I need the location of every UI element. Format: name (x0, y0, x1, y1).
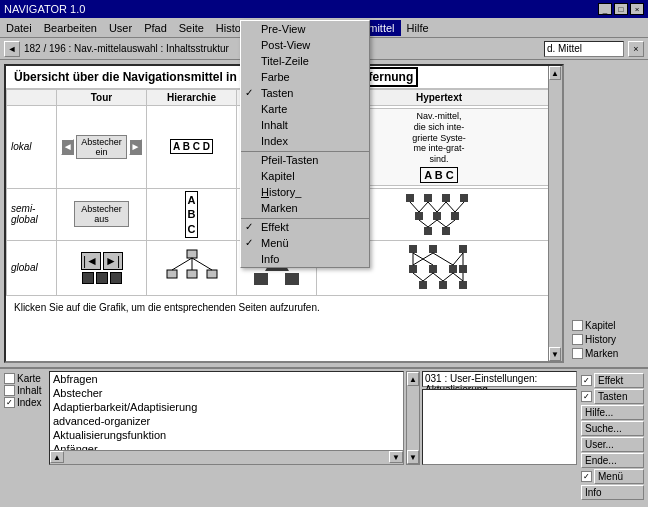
list-vscroll-down[interactable]: ▼ (407, 450, 419, 464)
list-item-abstecher[interactable]: Abstecher (50, 386, 403, 400)
col-header-hierarchie: Hierarchie (147, 90, 237, 106)
hier-lokal[interactable]: A B C D (147, 106, 237, 189)
svg-rect-1 (424, 194, 432, 202)
chk-box-karte[interactable] (4, 373, 15, 384)
scroll-up-button[interactable]: ▲ (549, 66, 561, 80)
svg-line-14 (455, 202, 464, 212)
caption-text: Klicken Sie auf die Grafik, um die entsp… (6, 296, 562, 319)
dropdown-kapitel[interactable]: Kapitel (241, 168, 369, 184)
chk-box-history[interactable] (572, 334, 583, 345)
svg-line-17 (437, 220, 446, 227)
hier-semi-global[interactable]: ABC (147, 188, 237, 240)
btn-effekt-row: Effekt (581, 373, 644, 388)
dropdown-menu: Pre-View Post-View Titel-Zeile Farbe Tas… (240, 20, 370, 268)
chk-box-index[interactable] (4, 397, 15, 408)
menu-hilfe[interactable]: Hilfe (401, 20, 435, 36)
svg-rect-3 (460, 194, 468, 202)
hier-global[interactable] (147, 240, 237, 295)
svg-line-10 (419, 202, 428, 212)
global-box-2 (285, 273, 299, 285)
arr-skip-back[interactable]: |◄ (81, 252, 101, 270)
svg-rect-26 (409, 245, 417, 253)
dot-global-3 (110, 272, 122, 284)
chk-menue[interactable] (581, 471, 592, 482)
svg-line-25 (192, 258, 212, 270)
act-btn-tasten[interactable]: Tasten (594, 389, 644, 404)
dropdown-pfeil-tasten[interactable]: Pfeil-Tasten (241, 151, 369, 168)
svg-rect-21 (187, 270, 197, 278)
list-vscroll-up[interactable]: ▲ (407, 372, 419, 386)
chk-box-inhalt[interactable] (4, 385, 15, 396)
dropdown-menue[interactable]: Menü (241, 235, 369, 251)
abc-badge-lokal: A B C (420, 167, 458, 183)
chk-marken: Marken (572, 348, 644, 359)
dropdown-post-view[interactable]: Post-View (241, 37, 369, 53)
dropdown-karte[interactable]: Karte (241, 101, 369, 117)
list-panel-container: Abfragen Abstecher Adaptierbarkeit/Adapt… (49, 371, 404, 465)
arrow-right-filled[interactable]: ► (129, 139, 142, 155)
arrow-left-filled[interactable]: ◄ (61, 139, 74, 155)
menu-datei[interactable]: Datei (0, 20, 38, 36)
list-vscroll[interactable]: ▲ ▼ (406, 371, 420, 465)
dropdown-farbe[interactable]: Farbe (241, 69, 369, 85)
act-btn-info[interactable]: Info (581, 485, 644, 500)
svg-line-45 (443, 273, 453, 281)
search-close-button[interactable]: × (628, 41, 644, 57)
menu-pfad[interactable]: Pfad (138, 20, 173, 36)
scroll-down-button[interactable]: ▼ (549, 347, 561, 361)
tour-semi-global[interactable]: Abstecheraus (57, 188, 147, 240)
network-graph-2 (404, 243, 474, 293)
dropdown-history-underscore[interactable]: History_ (241, 184, 369, 200)
dropdown-effekt[interactable]: Effekt (241, 218, 369, 235)
act-btn-user[interactable]: User... (581, 437, 644, 452)
chk-label-marken: Marken (585, 348, 618, 359)
list-item-abfragen[interactable]: Abfragen (50, 372, 403, 386)
content-scrollbar[interactable]: ▲ ▼ (548, 66, 562, 361)
row-label-global: global (7, 240, 57, 295)
right-sidebar: Kapitel History Marken (568, 60, 648, 367)
search-input[interactable] (544, 41, 624, 57)
dropdown-pre-view[interactable]: Pre-View (241, 21, 369, 37)
chk-effekt[interactable] (581, 375, 592, 386)
chk-tasten[interactable] (581, 391, 592, 402)
svg-rect-22 (207, 270, 217, 278)
act-btn-effekt[interactable]: Effekt (594, 373, 644, 388)
menu-user[interactable]: User (103, 20, 138, 36)
tour-global[interactable]: |◄ ►| (57, 240, 147, 295)
dropdown-index[interactable]: Index (241, 133, 369, 149)
list-item-advanced[interactable]: advanced-organizer (50, 414, 403, 428)
actions-panel (422, 389, 577, 465)
dropdown-titel-zeile[interactable]: Titel-Zeile (241, 53, 369, 69)
menu-seite[interactable]: Seite (173, 20, 210, 36)
act-btn-ende[interactable]: Ende... (581, 453, 644, 468)
svg-line-9 (410, 202, 419, 212)
hypertext-lokal-text: Nav.-mittel,die sich inte-grierte Syste-… (412, 111, 466, 165)
act-btn-hilfe[interactable]: Hilfe... (581, 405, 644, 420)
dropdown-inhalt[interactable]: Inhalt (241, 117, 369, 133)
list-item-anfanger[interactable]: Anfänger (50, 442, 403, 450)
chk-box-kapitel[interactable] (572, 320, 583, 331)
list-scroll-bar: ▲ ▼ (50, 450, 403, 464)
close-button[interactable]: × (630, 3, 644, 15)
list-item-aktualisierung[interactable]: Aktualisierungsfunktion (50, 428, 403, 442)
chk-box-marken[interactable] (572, 348, 583, 359)
act-btn-menue[interactable]: Menü (594, 469, 644, 484)
list-scroll-up[interactable]: ▲ (50, 451, 64, 463)
dropdown-tasten[interactable]: Tasten (241, 85, 369, 101)
act-btn-suche[interactable]: Suche... (581, 421, 644, 436)
nav-back-button[interactable]: ◄ (4, 41, 20, 57)
chk-history: History (572, 334, 644, 345)
dropdown-info[interactable]: Info (241, 251, 369, 267)
dropdown-marken[interactable]: Marken (241, 200, 369, 216)
chk-inhalt-label: Inhalt (17, 385, 41, 396)
svg-rect-33 (419, 281, 427, 289)
list-scroll-down[interactable]: ▼ (389, 451, 403, 463)
tour-lokal[interactable]: ◄ Abstecherein ► (57, 106, 147, 189)
minimize-button[interactable]: _ (598, 3, 612, 15)
svg-rect-8 (442, 227, 450, 235)
arr-skip-fwd[interactable]: ►| (103, 252, 123, 270)
list-item-adaptierbarkeit[interactable]: Adaptierbarkeit/Adaptisierung (50, 400, 403, 414)
chk-index-label: Index (17, 397, 41, 408)
menu-bearbeiten[interactable]: Bearbeiten (38, 20, 103, 36)
maximize-button[interactable]: □ (614, 3, 628, 15)
